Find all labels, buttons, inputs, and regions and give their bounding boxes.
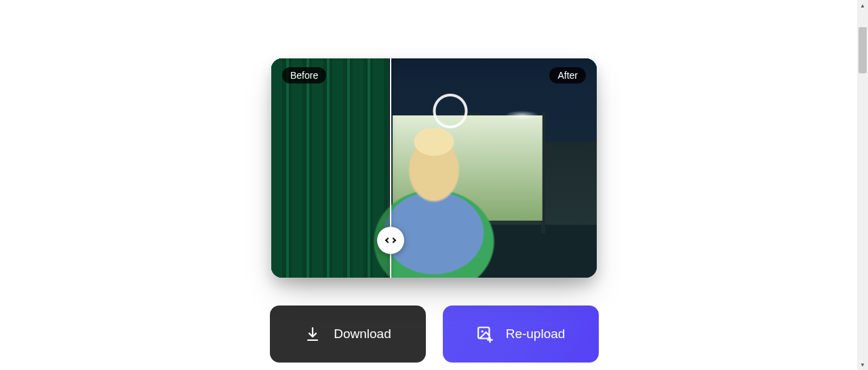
reupload-button[interactable]: Re-upload: [443, 306, 599, 363]
download-button[interactable]: Download: [270, 306, 426, 363]
chevron-right-icon: [391, 238, 396, 243]
scrollbar-down-arrow-icon[interactable]: ▼: [857, 359, 868, 370]
image-plus-icon: [476, 325, 494, 343]
action-button-row: Download Re-upload: [270, 306, 599, 363]
page-content: Before After Download: [0, 0, 868, 370]
svg-point-1: [481, 331, 483, 333]
download-button-label: Download: [334, 327, 391, 341]
comparison-slider-handle[interactable]: [377, 227, 404, 254]
vertical-scrollbar[interactable]: ▲ ▼: [857, 0, 868, 370]
scrollbar-thumb[interactable]: [859, 27, 867, 73]
reupload-button-label: Re-upload: [506, 327, 566, 341]
scrollbar-up-arrow-icon[interactable]: ▲: [857, 0, 868, 11]
before-after-comparison: Before After: [271, 58, 597, 278]
download-icon: [304, 325, 321, 343]
